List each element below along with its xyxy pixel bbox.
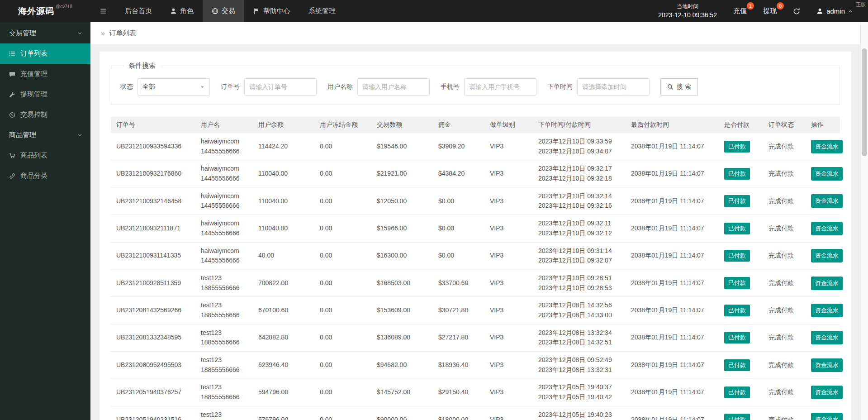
cell-commission: $18936.40 <box>433 352 484 379</box>
table-row: UB2312051940231516test123188555566665767… <box>111 406 840 420</box>
order-time-line: 2023年12月05日 19:40:37 <box>538 382 620 392</box>
fund-flow-button[interactable]: 资金流水 <box>811 222 843 235</box>
username-input[interactable] <box>357 78 430 95</box>
cell-paid: 已付款 <box>719 406 763 420</box>
fund-flow-button[interactable]: 资金流水 <box>811 140 843 153</box>
cell-commission: $33700.60 <box>433 269 484 296</box>
sidebar-group[interactable]: 商品管理 <box>0 125 90 145</box>
cell-order-no: UB2312100931141335 <box>111 242 195 269</box>
topnav-item[interactable]: 后台首页 <box>116 0 161 22</box>
topnav-item[interactable]: 帮助中心 <box>244 0 299 22</box>
sidebar-item[interactable]: 商品列表 <box>0 145 90 166</box>
cell-balance: 594796.00 <box>253 379 314 406</box>
withdraw-badge: 0 <box>777 2 784 10</box>
order-no-filter: 订单号 <box>221 78 317 95</box>
column-header: 下单时间/付款时间 <box>533 117 626 133</box>
pay-time-line: 2023年12月10日 09:32:07 <box>538 256 620 266</box>
cell-status: 完成付款 <box>763 324 806 351</box>
wrench-icon <box>9 91 15 98</box>
cell-paid: 已付款 <box>719 324 763 351</box>
sidebar-item[interactable]: 订单列表 <box>0 43 90 64</box>
status-select[interactable]: 全部 <box>138 78 210 95</box>
admin-menu[interactable]: admin <box>816 7 853 15</box>
orders-table: 订单号用户名用户余额用户冻结金额交易数额佣金做单级别下单时间/付款时间最后付款时… <box>111 117 840 420</box>
column-header: 用户名 <box>195 117 253 133</box>
cell-commission: $18000.00 <box>433 406 484 420</box>
cell-order-no: UB2312100933594336 <box>111 133 195 160</box>
withdraw-link[interactable]: 提现 0 <box>763 7 777 15</box>
order-time-input[interactable] <box>577 78 650 95</box>
cell-username: haiwaiymcom14455556666 <box>195 133 253 160</box>
cell-times: 2023年12月08日 13:32:342023年12月08日 14:32:51 <box>533 324 626 351</box>
fund-flow-button[interactable]: 资金流水 <box>811 249 843 262</box>
main-area: 条件搜索 状态 全部 订单号 <box>90 44 860 420</box>
username-line: test123 <box>201 382 247 392</box>
pay-time-line: 2023年12月10日 09:32:16 <box>538 201 620 211</box>
cell-balance: 623946.40 <box>253 352 314 379</box>
sidebar-item[interactable]: 交易控制 <box>0 105 90 125</box>
cell-order-no: UB2312080952495503 <box>111 352 195 379</box>
order-time-line: 2023年12月05日 19:40:23 <box>538 410 620 420</box>
pay-time-line: 2023年12月10日 09:28:53 <box>538 283 620 293</box>
vertical-scrollbar[interactable] <box>860 22 868 420</box>
topnav-item-label: 交易 <box>222 7 235 15</box>
phone-line: 14455556666 <box>201 147 247 157</box>
username-line: haiwaiymcom <box>201 137 247 147</box>
cell-commission: $29150.40 <box>433 379 484 406</box>
cell-order-no: UB2312081332348595 <box>111 324 195 351</box>
fund-flow-button[interactable]: 资金流水 <box>811 304 843 317</box>
topnav-item-label: 帮助中心 <box>263 7 290 15</box>
cell-username: test12318855556666 <box>195 269 253 296</box>
fund-flow-button[interactable]: 资金流水 <box>811 277 843 290</box>
order-time-line: 2023年12月10日 09:28:51 <box>538 273 620 283</box>
paid-status-badge: 已付款 <box>724 332 750 344</box>
topnav-item[interactable]: 角色 <box>161 0 203 22</box>
cell-status: 完成付款 <box>763 215 806 242</box>
recharge-link[interactable]: 充值 1 <box>733 7 747 15</box>
link-icon <box>9 173 15 179</box>
cell-action: 资金流水 <box>806 352 840 379</box>
order-time-line: 2023年12月10日 09:33:59 <box>538 137 620 147</box>
sidebar-item-label: 交易控制 <box>20 110 47 119</box>
sidebar-item[interactable]: 商品分类 <box>0 166 90 186</box>
cell-commission: $0.00 <box>433 187 484 215</box>
topnav-item[interactable]: 交易 <box>203 0 244 22</box>
fund-flow-button[interactable]: 资金流水 <box>811 358 843 372</box>
cell-level: VIP3 <box>484 324 533 351</box>
order-no-input[interactable] <box>244 78 317 95</box>
breadcrumb-current: 订单列表 <box>109 29 136 38</box>
phone-input[interactable] <box>464 78 536 95</box>
cell-level: VIP3 <box>484 242 533 269</box>
refresh-button[interactable] <box>793 8 800 15</box>
cell-status: 完成付款 <box>763 352 806 379</box>
cell-username: haiwaiymcom14455556666 <box>195 215 253 242</box>
fund-flow-button[interactable]: 资金流水 <box>811 331 843 344</box>
menu-toggle[interactable] <box>90 0 116 22</box>
cell-balance: 110040.00 <box>253 160 314 187</box>
cell-action: 资金流水 <box>806 242 840 269</box>
fund-flow-button[interactable]: 资金流水 <box>811 194 843 208</box>
cell-username: haiwaiymcom14455556666 <box>195 242 253 269</box>
sidebar-item[interactable]: 充值管理 <box>0 64 90 84</box>
sidebar-group[interactable]: 交易管理 <box>0 23 90 43</box>
fund-flow-button[interactable]: 资金流水 <box>811 167 843 181</box>
scrollbar-thumb[interactable] <box>862 48 867 156</box>
username-line: haiwaiymcom <box>201 164 247 174</box>
search-button[interactable]: 搜 索 <box>660 78 698 95</box>
cell-status: 完成付款 <box>763 406 806 420</box>
cell-status: 完成付款 <box>763 160 806 187</box>
cell-status: 完成付款 <box>763 379 806 406</box>
pay-time-line: 2023年12月08日 14:32:51 <box>538 338 620 348</box>
sidebar-item[interactable]: 提现管理 <box>0 84 90 105</box>
sidebar-item-label: 提现管理 <box>20 90 47 99</box>
phone-line: 14455556666 <box>201 256 247 266</box>
cell-amount: $136089.00 <box>371 324 433 351</box>
fund-flow-button[interactable]: 资金流水 <box>811 386 843 399</box>
topnav-item[interactable]: 系统管理 <box>299 0 345 22</box>
cell-balance: 576796.00 <box>253 406 314 420</box>
username-line: haiwaiymcom <box>201 191 247 201</box>
cell-amount: $168503.00 <box>371 269 433 296</box>
cart-icon <box>9 153 15 159</box>
fund-flow-button[interactable]: 资金流水 <box>811 413 843 420</box>
cell-level: VIP3 <box>484 133 533 160</box>
